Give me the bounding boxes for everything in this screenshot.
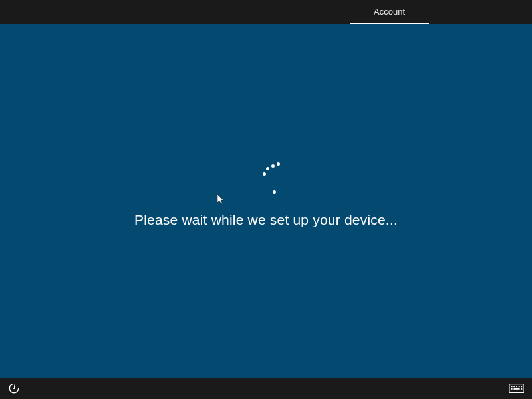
svg-rect-7: [521, 386, 522, 387]
svg-rect-9: [513, 388, 519, 390]
svg-rect-10: [521, 388, 522, 390]
svg-point-1: [13, 388, 15, 389]
tab-account[interactable]: Account: [350, 0, 429, 24]
bottom-bar: [0, 378, 532, 399]
top-bar: Account: [0, 0, 532, 24]
mouse-cursor-icon: [217, 194, 225, 206]
svg-rect-6: [519, 386, 520, 387]
svg-rect-3: [511, 386, 513, 387]
main-content: Please wait while we set up your device.…: [0, 24, 532, 378]
svg-rect-5: [516, 386, 517, 387]
loading-spinner-icon: [257, 160, 289, 192]
tab-label: Account: [374, 7, 405, 17]
keyboard-icon[interactable]: [509, 384, 524, 393]
ease-of-access-icon[interactable]: [8, 382, 20, 394]
svg-rect-8: [511, 388, 513, 390]
svg-rect-4: [513, 386, 515, 387]
status-message: Please wait while we set up your device.…: [134, 212, 398, 228]
